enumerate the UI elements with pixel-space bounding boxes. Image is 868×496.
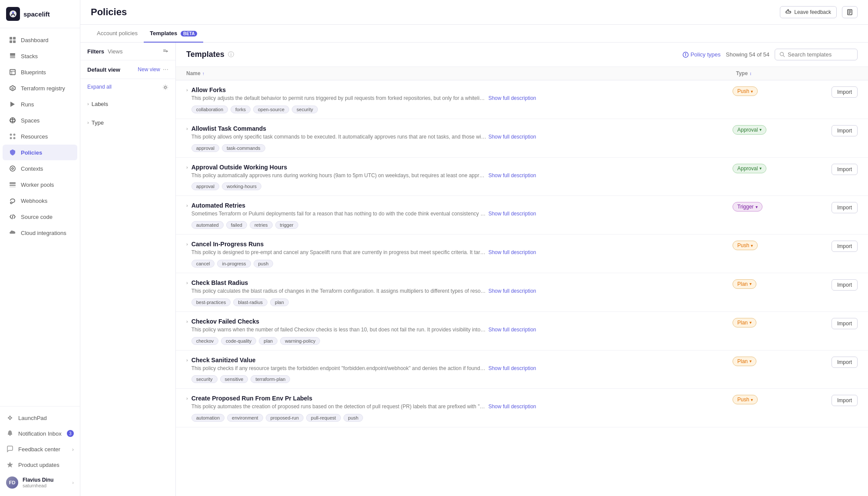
sidebar-item-stacks[interactable]: Stacks [3, 48, 77, 64]
sidebar-item-notification-inbox[interactable]: Notification Inbox 3 [0, 426, 80, 441]
tag: approval [191, 144, 219, 152]
template-tags: collaborationforksopen-sourcesecurity [191, 106, 729, 113]
svg-marker-13 [11, 87, 14, 90]
sidebar-item-dashboard[interactable]: Dashboard [3, 32, 77, 48]
show-full-description-link[interactable]: Show full description [488, 95, 536, 102]
type-badge[interactable]: Push ▾ [733, 241, 758, 250]
template-description: This policy is designed to pre-empt and … [191, 249, 487, 256]
sidebar-item-launchpad[interactable]: LaunchPad [0, 410, 80, 426]
show-full-description-link[interactable]: Show full description [488, 249, 536, 256]
row-expand-arrow[interactable]: › [186, 241, 188, 247]
import-button[interactable]: Import [832, 318, 858, 329]
show-full-description-link[interactable]: Show full description [488, 326, 536, 334]
template-name: Automated Retries [191, 202, 729, 209]
sidebar-item-runs[interactable]: Runs [3, 96, 77, 112]
template-tags: cancelin-progresspush [191, 260, 729, 268]
search-input[interactable] [788, 51, 853, 58]
type-section-header[interactable]: › Type [87, 117, 168, 129]
type-badge[interactable]: Plan ▾ [733, 279, 756, 289]
import-button[interactable]: Import [832, 279, 858, 291]
type-badge[interactable]: Approval ▾ [733, 164, 766, 173]
sidebar-item-label-contexts: Contexts [21, 165, 43, 172]
tag: working-hours [222, 182, 261, 190]
show-full-description-link[interactable]: Show full description [488, 403, 536, 410]
filter-tab-filters[interactable]: Filters [87, 48, 104, 55]
template-tags: best-practicesblast-radiusplan [191, 298, 729, 306]
show-full-description-link[interactable]: Show full description [488, 210, 536, 218]
gear-button[interactable] [162, 83, 168, 90]
table-row: › Check Blast Radius This policy calcula… [176, 273, 868, 312]
labels-section-header[interactable]: › Labels [87, 98, 168, 110]
sidebar-item-terraform[interactable]: Terraform registry [3, 80, 77, 96]
new-view-button[interactable]: New view [138, 66, 160, 73]
row-expand-arrow[interactable]: › [186, 165, 188, 170]
sidebar-bottom: LaunchPad Notification Inbox 3 Feedback … [0, 406, 80, 496]
type-section-label: Type [92, 119, 104, 126]
labels-arrow-icon: › [87, 101, 89, 106]
row-expand-arrow[interactable]: › [186, 357, 188, 363]
type-badge[interactable]: Plan ▾ [733, 318, 756, 327]
import-button[interactable]: Import [832, 241, 858, 252]
type-badge-arrow-icon: ▾ [751, 89, 753, 94]
type-badge[interactable]: Push ▾ [733, 86, 758, 96]
col-header-type[interactable]: Type ↕ [736, 70, 823, 76]
tab-account-policies[interactable]: Account policies [91, 25, 144, 43]
sidebar-item-contexts[interactable]: Contexts [3, 161, 77, 176]
sidebar-item-policies[interactable]: Policies [3, 145, 77, 160]
template-description: This policy checks if any resource targe… [191, 365, 487, 372]
sidebar-item-spaces[interactable]: Spaces [3, 112, 77, 128]
type-badge[interactable]: Push ▾ [733, 395, 758, 404]
info-icon[interactable]: ⓘ [228, 51, 234, 59]
type-badge[interactable]: Trigger ▾ [733, 202, 762, 212]
show-full-description-link[interactable]: Show full description [488, 133, 536, 141]
sidebar-item-source-code[interactable]: Source code [3, 209, 77, 225]
svg-rect-26 [10, 187, 16, 187]
tag: failed [226, 221, 247, 229]
show-full-description-link[interactable]: Show full description [488, 365, 536, 372]
type-badge[interactable]: Approval ▾ [733, 125, 766, 135]
sidebar-item-blueprints[interactable]: Blueprints [3, 64, 77, 80]
user-profile[interactable]: FD Flavius Dinu saturnhead › [0, 473, 80, 493]
import-button[interactable]: Import [832, 86, 858, 98]
docs-button[interactable] [842, 6, 858, 18]
col-header-name[interactable]: Name ↑ [186, 70, 736, 76]
product-updates-label: Product updates [18, 462, 59, 468]
import-button[interactable]: Import [832, 395, 858, 406]
show-full-description-link[interactable]: Show full description [488, 172, 536, 179]
import-button[interactable]: Import [832, 125, 858, 136]
type-badge-arrow-icon: ▾ [759, 127, 762, 132]
sidebar-item-label-blueprints: Blueprints [21, 69, 46, 76]
policy-types-label: Policy types [690, 51, 720, 58]
tab-templates[interactable]: Templates BETA [144, 25, 203, 43]
policy-types-button[interactable]: Policy types [683, 51, 720, 58]
svg-point-19 [13, 134, 16, 136]
filter-collapse-button[interactable] [162, 48, 168, 55]
filter-tab-views[interactable]: Views [108, 48, 122, 55]
row-expand-arrow[interactable]: › [186, 126, 188, 131]
svg-point-31 [9, 416, 11, 417]
name-sort-icon: ↑ [202, 71, 205, 76]
row-expand-arrow[interactable]: › [186, 280, 188, 285]
row-expand-arrow[interactable]: › [186, 319, 188, 324]
import-button[interactable]: Import [832, 164, 858, 175]
leave-feedback-button[interactable]: Leave feedback [780, 6, 837, 18]
sidebar-item-feedback-center[interactable]: Feedback center › [0, 441, 80, 457]
view-more-button[interactable]: ··· [163, 66, 168, 73]
sidebar-item-resources[interactable]: Resources [3, 129, 77, 144]
row-expand-arrow[interactable]: › [186, 87, 188, 93]
row-expand-arrow[interactable]: › [186, 396, 188, 401]
dashboard-icon [9, 36, 17, 44]
row-expand-arrow[interactable]: › [186, 203, 188, 208]
type-badge[interactable]: Plan ▾ [733, 357, 756, 366]
expand-all-link[interactable]: Expand all [87, 84, 112, 90]
show-full-description-link[interactable]: Show full description [488, 288, 536, 295]
import-button[interactable]: Import [832, 357, 858, 368]
templates-section-title: Templates [186, 50, 224, 59]
sidebar-item-cloud-integrations[interactable]: Cloud integrations [3, 225, 77, 241]
sidebar-item-product-updates[interactable]: Product updates [0, 457, 80, 473]
import-button[interactable]: Import [832, 202, 858, 213]
tag: cancel [191, 260, 215, 268]
svg-marker-14 [10, 102, 15, 107]
sidebar-item-webhooks[interactable]: Webhooks [3, 193, 77, 208]
sidebar-item-worker-pools[interactable]: Worker pools [3, 177, 77, 192]
